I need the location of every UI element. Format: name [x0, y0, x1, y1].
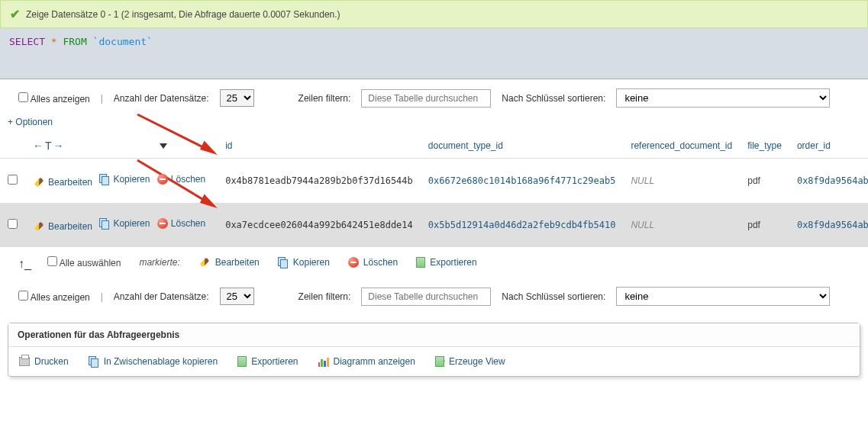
- export-icon: [416, 257, 425, 268]
- chart-icon: [318, 356, 329, 367]
- cell-file-type: pdf: [740, 203, 789, 247]
- show-all-checkbox-label[interactable]: Alles anzeigen: [18, 291, 90, 303]
- chart-label: Diagramm anzeigen: [334, 356, 415, 367]
- view-label: Erzeuge View: [449, 356, 505, 367]
- result-ops-title: Operationen für das Abfrageergebnis: [8, 323, 860, 347]
- copy-icon: [99, 174, 110, 185]
- delete-label: Löschen: [171, 218, 205, 229]
- num-rows-label: Anzahl der Datensätze:: [114, 93, 209, 104]
- pencil-icon: [199, 258, 209, 268]
- cell-document-type-id[interactable]: 0x5b5d12914a0d46d2a2feb9cdb4fb5410: [421, 203, 624, 247]
- sort-label: Nach Schlüssel sortieren:: [502, 93, 605, 104]
- arrow-up-left-icon: ↑_: [18, 257, 29, 268]
- create-view-button[interactable]: Erzeuge View: [435, 356, 505, 367]
- col-referenced-document-id[interactable]: referenced_document_id: [623, 133, 740, 159]
- bulk-export-label: Exportieren: [430, 257, 476, 268]
- num-rows-select[interactable]: 25: [220, 288, 254, 305]
- cell-document-type-id[interactable]: 0x6672e680c1014b168a96f4771c29eab5: [421, 159, 624, 204]
- copy-label: Kopieren: [113, 218, 150, 229]
- delete-label: Löschen: [171, 174, 205, 185]
- row-checkbox[interactable]: [8, 175, 18, 185]
- bulk-copy-label: Kopieren: [293, 257, 330, 268]
- bulk-delete-label: Löschen: [363, 257, 398, 268]
- col-file-type[interactable]: file_type: [740, 133, 789, 159]
- cell-id: 0x4b8781eadb7944a289b2b0f37d16544b: [218, 159, 421, 204]
- divider: |: [101, 93, 103, 104]
- bulk-edit-label: Bearbeiten: [215, 257, 260, 268]
- view-icon: [435, 356, 444, 367]
- table-row: Bearbeiten Kopieren Löschen 0x4b8781eadb…: [0, 159, 868, 204]
- num-rows-label: Anzahl der Datensätze:: [114, 291, 209, 302]
- clipboard-button[interactable]: In Zwischenablage kopieren: [89, 356, 218, 367]
- sql-keyword-select: SELECT: [9, 36, 45, 47]
- col-actions: ←T→: [25, 133, 147, 159]
- num-rows-select[interactable]: 25: [220, 89, 254, 107]
- cell-referenced-document-id: NULL: [623, 203, 740, 247]
- select-all-label[interactable]: Alle auswählen: [47, 256, 121, 268]
- print-label: Drucken: [34, 356, 69, 367]
- result-operations-panel: Operationen für das Abfrageergebnis Druc…: [8, 323, 860, 377]
- edit-button[interactable]: Bearbeiten: [33, 177, 92, 188]
- sort-label: Nach Schlüssel sortieren:: [502, 291, 605, 302]
- delete-icon: [157, 174, 168, 185]
- export-button[interactable]: Exportieren: [237, 356, 298, 367]
- sql-footer-bar: [0, 55, 868, 79]
- cell-id: 0xa7ecdcee026044a992b642451e8dde14: [218, 203, 421, 247]
- delete-icon: [157, 218, 168, 229]
- divider: |: [101, 291, 103, 302]
- col-sort-indicator: [147, 133, 218, 159]
- filter-label: Zeilen filtern:: [298, 93, 351, 104]
- delete-button[interactable]: Löschen: [157, 218, 205, 229]
- col-checkbox: [0, 133, 25, 159]
- row-checkbox[interactable]: [8, 219, 18, 229]
- pencil-icon: [34, 222, 44, 232]
- chart-button[interactable]: Diagramm anzeigen: [318, 356, 415, 367]
- bulk-delete-button[interactable]: Löschen: [348, 257, 398, 268]
- bulk-edit-button[interactable]: Bearbeiten: [198, 257, 260, 268]
- check-icon: ✔: [10, 7, 20, 21]
- bulk-copy-button[interactable]: Kopieren: [278, 257, 330, 268]
- select-all-checkbox[interactable]: [47, 256, 57, 266]
- copy-label: Kopieren: [113, 174, 150, 185]
- banner-text: Zeige Datensätze 0 - 1 (2 insgesamt, Die…: [26, 9, 340, 20]
- select-all-text: Alle auswählen: [60, 258, 121, 268]
- results-table: ←T→ id document_type_id referenced_docum…: [0, 133, 868, 247]
- show-all-checkbox-label[interactable]: Alles anzeigen: [18, 92, 90, 104]
- edit-button[interactable]: Bearbeiten: [33, 221, 92, 232]
- delete-icon: [348, 257, 359, 268]
- show-all-checkbox[interactable]: [18, 92, 28, 102]
- cell-order-id[interactable]: 0x8f9da9564ab84c0: [789, 159, 868, 204]
- cell-order-id[interactable]: 0x8f9da9564ab84c0: [789, 203, 868, 247]
- sort-select[interactable]: keine: [616, 88, 830, 108]
- show-all-label: Alles anzeigen: [31, 94, 90, 104]
- bulk-export-button[interactable]: Exportieren: [416, 257, 476, 268]
- result-ops-body: Drucken In Zwischenablage kopieren Expor…: [8, 347, 860, 376]
- sort-select[interactable]: keine: [616, 287, 830, 306]
- col-order-id[interactable]: order_id: [789, 133, 868, 159]
- filter-input[interactable]: [361, 89, 491, 108]
- export-icon: [237, 356, 247, 367]
- row-action-icons[interactable]: ←T→: [33, 140, 66, 152]
- cell-referenced-document-id: NULL: [623, 159, 740, 204]
- table-header-row: ←T→ id document_type_id referenced_docum…: [0, 133, 868, 159]
- copy-button[interactable]: Kopieren: [99, 218, 150, 229]
- col-document-type-id[interactable]: document_type_id: [421, 133, 624, 159]
- print-button[interactable]: Drucken: [19, 356, 69, 367]
- show-all-checkbox[interactable]: [18, 291, 28, 300]
- filter-input[interactable]: [361, 288, 491, 306]
- sql-identifier: `document`: [93, 36, 153, 47]
- col-id[interactable]: id: [218, 133, 421, 159]
- copy-button[interactable]: Kopieren: [99, 174, 150, 185]
- control-bar-top: Alles anzeigen | Anzahl der Datensätze: …: [0, 79, 868, 117]
- export-label: Exportieren: [251, 356, 298, 367]
- bulk-action-bar: ↑_ Alle auswählen markierte: Bearbeiten …: [0, 247, 868, 278]
- copy-icon: [99, 218, 110, 229]
- table-row: Bearbeiten Kopieren Löschen 0xa7ecdcee02…: [0, 203, 868, 247]
- clipboard-label: In Zwischenablage kopieren: [104, 356, 218, 367]
- row-actions: Bearbeiten Kopieren Löschen: [25, 159, 218, 204]
- filter-label: Zeilen filtern:: [298, 291, 351, 302]
- options-toggle[interactable]: + Optionen: [0, 117, 60, 133]
- delete-button[interactable]: Löschen: [157, 174, 205, 185]
- sql-query-display: SELECT * FROM `document`: [0, 28, 868, 55]
- sort-indicator-icon[interactable]: [160, 143, 167, 149]
